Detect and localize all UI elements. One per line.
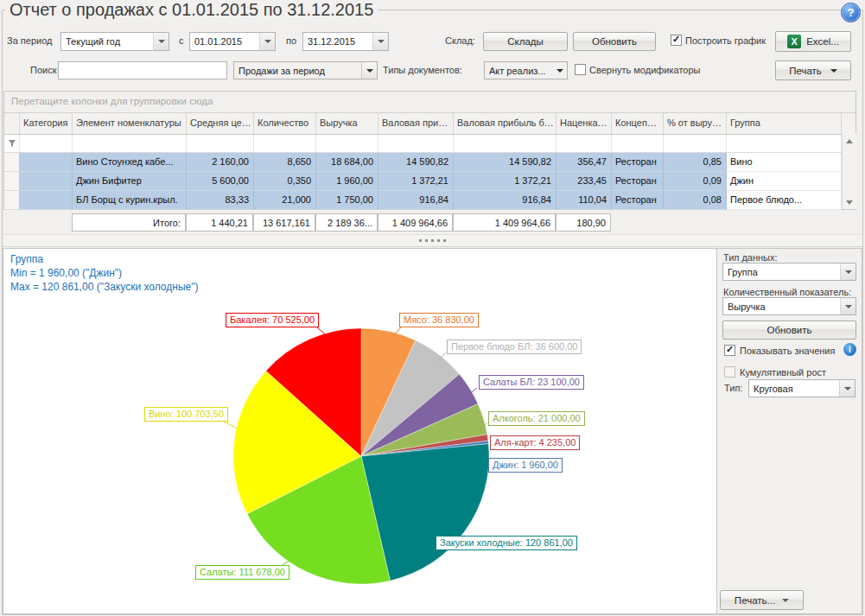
date-from-select[interactable]: 01.01.2015: [189, 32, 276, 51]
grid-header-row: КатегорияЭлемент номенклатурыСредняя цен…: [4, 113, 855, 135]
print-button[interactable]: Печать: [775, 60, 851, 80]
build-chart-checkbox[interactable]: [671, 35, 682, 46]
totals-value: 1 440,21: [186, 213, 253, 232]
column-header[interactable]: Валовая прибыль без...: [454, 113, 557, 134]
page-title: Отчет о продажах с 01.01.2015 по 31.12.2…: [5, 0, 378, 20]
column-header[interactable]: Элемент номенклатуры: [73, 113, 187, 134]
measure-select[interactable]: Выручка: [722, 297, 856, 315]
chevron-down-icon: [840, 264, 855, 280]
table-cell: 21,000: [254, 191, 316, 210]
doc-types-select[interactable]: Акт реализ...: [484, 61, 568, 79]
filter-cell[interactable]: [73, 135, 187, 152]
filter-cell[interactable]: [187, 135, 254, 152]
chart-panel: Группа Min = 1 960,00 ("Джин") Max = 120…: [3, 248, 862, 614]
chart-options-panel: Тип данных: Группа Количественный показа…: [716, 249, 862, 613]
chart-type-label: Тип:: [724, 383, 742, 393]
chevron-down-icon: [839, 380, 855, 397]
column-header[interactable]: Валовая прибыль: [378, 113, 454, 134]
vertical-scrollbar[interactable]: [842, 134, 856, 209]
table-cell: 1 750,00: [316, 191, 378, 210]
help-icon[interactable]: ?: [841, 3, 861, 22]
filter-cell[interactable]: [664, 135, 727, 152]
table-cell: [4, 153, 20, 172]
filter-cell[interactable]: [4, 135, 20, 152]
table-cell: Первое блюдо...: [727, 191, 842, 210]
measure-label: Количественный показатель:: [723, 287, 851, 297]
refresh-button[interactable]: Обновить: [573, 32, 656, 51]
chevron-down-icon: [830, 69, 837, 73]
column-header[interactable]: Категория: [20, 113, 73, 134]
chart-refresh-button[interactable]: Обновить: [722, 321, 856, 340]
table-cell: 0,09: [664, 172, 727, 191]
pie-slice-label: Первое блюдо БЛ: 36 600,00: [447, 340, 582, 354]
table-cell: 356,47: [557, 153, 612, 172]
chart-type-select[interactable]: Круговая: [748, 379, 855, 397]
splitter[interactable]: [3, 234, 862, 247]
group-by-area[interactable]: Перетащите колонки для группировки сюда: [4, 92, 855, 113]
date-to-select[interactable]: 31.12.2015: [302, 32, 389, 51]
pie-slice-label: Джин: 1 960,00: [488, 458, 563, 473]
column-header[interactable]: Наценка, %: [557, 113, 612, 134]
table-cell: 916,84: [454, 191, 557, 210]
filter-cell[interactable]: [316, 135, 378, 152]
table-row[interactable]: БЛ Борщ с курин.крыл.83,3321,0001 750,00…: [4, 191, 855, 210]
column-header[interactable]: Группа: [727, 113, 842, 134]
table-cell: 1 372,21: [454, 172, 557, 191]
period-select[interactable]: Текущий год: [60, 32, 169, 51]
column-header[interactable]: Концепция: [612, 113, 664, 134]
table-cell: Ресторан: [612, 172, 664, 191]
table-cell: 110,04: [557, 191, 612, 210]
chart-print-button[interactable]: Печать...: [720, 590, 804, 610]
filter-funnel-icon: [8, 139, 16, 148]
show-values-checkbox[interactable]: [724, 345, 735, 356]
table-cell: [20, 172, 73, 191]
scroll-up-button[interactable]: [843, 135, 855, 147]
collapse-modifiers-checkbox[interactable]: [575, 64, 586, 75]
table-cell: 2 160,00: [187, 153, 254, 172]
totals-value: 180,90: [556, 213, 611, 232]
report-type-select[interactable]: Продажи за период: [233, 61, 378, 79]
filter-cell[interactable]: [557, 135, 612, 152]
filter-cell[interactable]: [378, 135, 454, 152]
sales-grid: Перетащите колонки для группировки сюда …: [3, 91, 856, 210]
pie-slice-label: Салаты: 111 678,00: [195, 565, 289, 580]
filter-cell[interactable]: [20, 135, 73, 152]
search-input[interactable]: [58, 61, 227, 79]
chevron-down-icon: [840, 298, 855, 314]
info-icon[interactable]: i: [843, 343, 856, 356]
table-cell: 1 960,00: [316, 172, 378, 191]
column-header[interactable]: Средняя цена: [187, 113, 254, 134]
excel-icon: X: [787, 35, 801, 48]
table-cell: [4, 172, 20, 191]
filter-cell[interactable]: [454, 135, 557, 152]
pie-slice-label: Мясо: 36 830,00: [399, 313, 479, 327]
table-cell: [4, 191, 20, 210]
warehouses-button[interactable]: Склады: [483, 32, 568, 51]
table-row[interactable]: Вино Стоунхед кабе...2 160,008,65018 684…: [4, 153, 855, 172]
search-label: Поиск: [30, 65, 56, 75]
chevron-down-icon: [372, 33, 388, 50]
filter-cell[interactable]: [254, 135, 316, 152]
filter-cell[interactable]: [727, 135, 842, 152]
table-cell: 14 590,82: [454, 153, 557, 172]
excel-button[interactable]: X Excel...: [775, 31, 851, 52]
scroll-down-button[interactable]: [843, 196, 855, 208]
table-cell: 1 372,21: [378, 172, 454, 191]
table-cell: Джин Бифитер: [73, 172, 187, 191]
table-row[interactable]: Джин Бифитер5 600,000,3501 960,001 372,2…: [4, 172, 855, 191]
column-header[interactable]: [4, 113, 20, 134]
column-header[interactable]: Количество: [254, 113, 316, 134]
column-header[interactable]: % от выручки: [664, 113, 727, 134]
grid-filter-row[interactable]: [4, 135, 855, 153]
chevron-down-icon: [782, 599, 789, 602]
pie-svg: [3, 249, 716, 613]
table-cell: 916,84: [378, 191, 454, 210]
table-cell: 5 600,00: [187, 172, 254, 191]
totals-value: 2 189 36...: [315, 213, 378, 232]
totals-value: 1 409 964,66: [453, 213, 556, 232]
collapse-modifiers-label: Свернуть модификаторы: [589, 65, 700, 75]
data-type-select[interactable]: Группа: [722, 263, 856, 281]
totals-label: Итого:: [72, 213, 186, 232]
column-header[interactable]: Выручка: [316, 113, 378, 134]
filter-cell[interactable]: [612, 135, 664, 152]
